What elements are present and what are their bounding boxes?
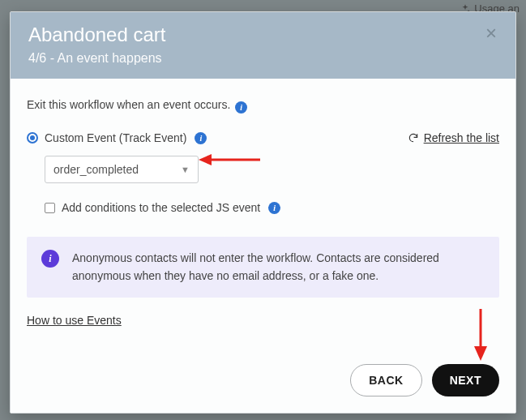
next-button[interactable]: NEXT bbox=[432, 364, 499, 396]
modal: Abandoned cart 4/6 - An event happens × … bbox=[10, 11, 516, 414]
back-button[interactable]: BACK bbox=[350, 364, 421, 396]
modal-title: Abandoned cart bbox=[28, 24, 498, 46]
radio-row: Custom Event (Track Event) i Refresh the… bbox=[27, 131, 499, 144]
info-alert: i Anonymous contacts will not enter the … bbox=[27, 237, 499, 298]
howto-link[interactable]: How to use Events bbox=[27, 314, 122, 327]
info-icon[interactable]: i bbox=[235, 101, 247, 114]
conditions-checkbox-row[interactable]: Add conditions to the selected JS event … bbox=[45, 201, 499, 214]
exit-description: Exit this workflow when an event occurs.… bbox=[27, 98, 499, 114]
select-value: order_completed bbox=[53, 163, 139, 176]
close-icon: × bbox=[485, 22, 497, 45]
info-icon[interactable]: i bbox=[268, 202, 280, 214]
checkbox-icon bbox=[45, 203, 55, 213]
refresh-label: Refresh the list bbox=[424, 131, 499, 144]
radio-option-custom-event[interactable]: Custom Event (Track Event) i bbox=[27, 131, 207, 144]
refresh-icon bbox=[408, 132, 419, 144]
event-select[interactable]: order_completed ▼ bbox=[45, 156, 199, 183]
radio-label: Custom Event (Track Event) bbox=[45, 131, 186, 144]
modal-body: Exit this workflow when an event occurs.… bbox=[11, 79, 515, 354]
close-button[interactable]: × bbox=[480, 22, 502, 45]
modal-footer: BACK NEXT bbox=[11, 354, 515, 413]
modal-header: Abandoned cart 4/6 - An event happens × bbox=[11, 12, 515, 79]
exit-text: Exit this workflow when an event occurs. bbox=[27, 98, 230, 111]
modal-subtitle: 4/6 - An event happens bbox=[28, 51, 498, 66]
info-icon[interactable]: i bbox=[195, 132, 207, 144]
radio-icon bbox=[27, 132, 38, 144]
alert-text: Anonymous contacts will not enter the wo… bbox=[72, 250, 485, 285]
refresh-link[interactable]: Refresh the list bbox=[408, 131, 499, 144]
svg-marker-1 bbox=[199, 154, 212, 165]
info-icon: i bbox=[41, 250, 59, 268]
backdrop: Usage an Abandoned cart 4/6 - An event h… bbox=[0, 0, 526, 420]
chevron-down-icon: ▼ bbox=[181, 165, 190, 174]
annotation-arrow bbox=[197, 150, 262, 169]
checkbox-label: Add conditions to the selected JS event bbox=[62, 201, 260, 214]
